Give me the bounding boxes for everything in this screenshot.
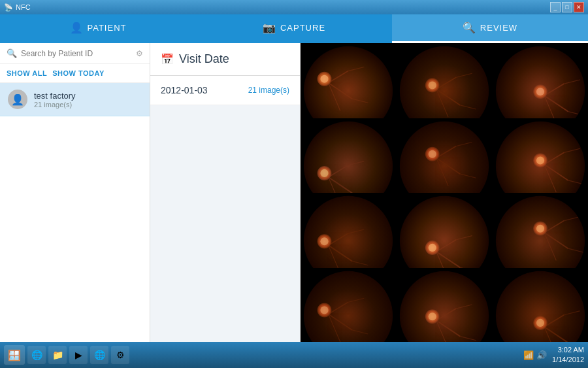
app-title: NFC bbox=[16, 3, 31, 11]
main-content: 🔍 ⚙ SHOW ALL SHOW TODAY 👤 test factory 2… bbox=[0, 43, 588, 342]
svg-point-69 bbox=[320, 237, 328, 245]
taskbar-net-icon[interactable]: 🌐 bbox=[90, 346, 108, 364]
svg-point-59 bbox=[536, 156, 544, 164]
gear-icon[interactable]: ⚙ bbox=[136, 49, 143, 58]
patient-item[interactable]: 👤 test factory 21 image(s) bbox=[0, 83, 150, 116]
image-grid: 2012-01-03 02:45:39 bbox=[301, 43, 588, 342]
tab-review[interactable]: 🔍 REVIEW bbox=[392, 14, 588, 43]
image-cell[interactable]: 2012-01-03 01:03:50 bbox=[493, 268, 588, 343]
title-bar-left: 📡 NFC bbox=[4, 3, 31, 12]
image-cell[interactable]: 2012-01-03 01:04:26 bbox=[397, 268, 492, 343]
visit-panel: 📅 Visit Date 2012-01-03 21 image(s) bbox=[150, 43, 301, 342]
svg-point-39 bbox=[320, 169, 328, 176]
visit-date: 2012-01-03 bbox=[161, 85, 208, 95]
avatar: 👤 bbox=[8, 90, 27, 109]
svg-point-29 bbox=[536, 88, 544, 95]
taskbar-folder-icon[interactable]: 📁 bbox=[48, 346, 67, 364]
tab-capture-label: CAPTURE bbox=[280, 23, 325, 33]
start-button[interactable]: 🪟 bbox=[4, 345, 25, 365]
taskbar-settings-icon[interactable]: ⚙ bbox=[111, 346, 129, 364]
app-icon: 📡 bbox=[4, 3, 13, 12]
svg-point-19 bbox=[429, 81, 436, 89]
volume-icon: 🔊 bbox=[536, 350, 547, 360]
search-bar: 🔍 ⚙ bbox=[0, 43, 150, 64]
svg-point-119 bbox=[536, 318, 544, 326]
patient-name: test factory bbox=[34, 91, 76, 101]
network-icon: 📶 bbox=[523, 350, 534, 360]
svg-point-89 bbox=[536, 225, 544, 233]
nav-tabs: 👤 PATIENT 📷 CAPTURE 🔍 REVIEW bbox=[0, 14, 588, 43]
tab-patient-label: PATIENT bbox=[88, 23, 127, 33]
maximize-button[interactable]: □ bbox=[562, 2, 572, 12]
taskbar-clock: 3:02 AM 1/14/2012 bbox=[552, 345, 584, 365]
review-icon: 🔍 bbox=[463, 22, 476, 34]
calendar-icon: 📅 bbox=[161, 53, 174, 65]
visit-header: 📅 Visit Date bbox=[150, 43, 300, 76]
tab-patient[interactable]: 👤 PATIENT bbox=[0, 14, 196, 43]
minimize-button[interactable]: _ bbox=[550, 2, 561, 12]
taskbar-left: 🪟 🌐 📁 ▶ 🌐 ⚙ bbox=[4, 345, 129, 365]
svg-point-9 bbox=[320, 75, 328, 83]
svg-point-109 bbox=[429, 312, 436, 320]
show-today-button[interactable]: SHOW TODAY bbox=[52, 68, 110, 78]
title-bar: 📡 NFC _ □ ✕ bbox=[0, 0, 588, 14]
svg-point-79 bbox=[429, 244, 436, 252]
patient-image-count: 21 image(s) bbox=[34, 101, 76, 109]
taskbar-sys-icons: 📶 🔊 bbox=[523, 350, 547, 360]
search-icon: 🔍 bbox=[7, 48, 17, 58]
visit-header-text: Visit Date bbox=[179, 52, 229, 66]
tab-capture[interactable]: 📷 CAPTURE bbox=[196, 14, 392, 43]
capture-icon: 📷 bbox=[263, 22, 276, 34]
filter-buttons: SHOW ALL SHOW TODAY bbox=[0, 64, 150, 83]
search-input[interactable] bbox=[21, 49, 132, 58]
close-button[interactable]: ✕ bbox=[574, 2, 584, 12]
patient-icon: 👤 bbox=[70, 22, 84, 34]
visit-count: 21 image(s) bbox=[248, 86, 289, 95]
show-all-button[interactable]: SHOW ALL bbox=[7, 68, 52, 78]
patient-info: test factory 21 image(s) bbox=[34, 91, 76, 109]
svg-point-99 bbox=[320, 306, 328, 314]
taskbar-right: 📶 🔊 3:02 AM 1/14/2012 bbox=[523, 345, 584, 365]
taskbar-media-icon[interactable]: ▶ bbox=[69, 346, 88, 364]
title-bar-controls: _ □ ✕ bbox=[550, 2, 584, 12]
taskbar-date-value: 1/14/2012 bbox=[552, 355, 584, 365]
visit-item[interactable]: 2012-01-03 21 image(s) bbox=[150, 76, 300, 105]
image-cell[interactable]: 2012-01-03 01:05:08 bbox=[301, 268, 396, 343]
svg-point-49 bbox=[429, 150, 436, 158]
taskbar-ie-icon[interactable]: 🌐 bbox=[27, 346, 46, 364]
taskbar-time-value: 3:02 AM bbox=[552, 345, 584, 355]
tab-review-label: REVIEW bbox=[480, 23, 517, 33]
taskbar: 🪟 🌐 📁 ▶ 🌐 ⚙ 📶 🔊 3:02 AM 1/14/2012 bbox=[0, 342, 588, 368]
patient-list: 👤 test factory 21 image(s) bbox=[0, 83, 150, 342]
sidebar: 🔍 ⚙ SHOW ALL SHOW TODAY 👤 test factory 2… bbox=[0, 43, 150, 342]
